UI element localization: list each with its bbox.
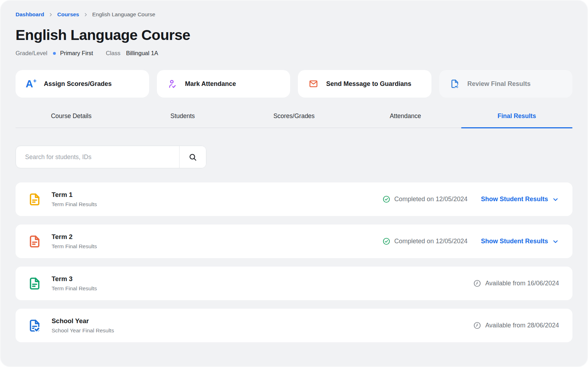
- grade-plus-icon: A+: [26, 79, 36, 89]
- result-row-school-year: School Year School Year Final Results Av…: [16, 309, 572, 342]
- result-status: Available from 16/06/2024: [473, 279, 559, 287]
- status-text: Available from 16/06/2024: [485, 280, 559, 287]
- action-buttons: A+ Assign Scores/Grades Mark Attendance …: [16, 70, 572, 98]
- result-subtitle: School Year Final Results: [52, 327, 114, 334]
- final-results-list: Term 1 Term Final Results Completed on 1…: [16, 182, 572, 342]
- show-student-results-link[interactable]: Show Student Results: [481, 196, 559, 203]
- result-title: Term 2: [52, 233, 97, 241]
- grade-level-value: Primary First: [60, 50, 93, 57]
- assign-scores-label: Assign Scores/Grades: [44, 80, 112, 88]
- mark-attendance-button[interactable]: Mark Attendance: [157, 70, 290, 98]
- result-title: Term 1: [52, 191, 97, 199]
- search-input[interactable]: [16, 146, 179, 168]
- clock-icon: [473, 321, 481, 330]
- course-meta: Grade/Level Primary First Class Billingu…: [16, 50, 572, 57]
- result-subtitle: Term Final Results: [52, 201, 97, 208]
- tab-course-details[interactable]: Course Details: [16, 112, 127, 128]
- document-icon: [28, 276, 42, 291]
- show-student-results-label: Show Student Results: [481, 196, 548, 203]
- status-text: Available from 28/06/2024: [485, 322, 559, 329]
- tab-students[interactable]: Students: [127, 112, 238, 128]
- chevron-right-icon: [48, 12, 53, 17]
- breadcrumb-dashboard[interactable]: Dashboard: [16, 11, 44, 18]
- send-message-button[interactable]: Send Message to Guardians: [298, 70, 431, 98]
- result-row-term-1: Term 1 Term Final Results Completed on 1…: [16, 182, 572, 216]
- review-final-results-label: Review Final Results: [468, 80, 531, 88]
- check-circle-icon: [382, 237, 390, 245]
- grade-level-label: Grade/Level: [16, 50, 47, 57]
- page-title: English Language Course: [16, 27, 572, 43]
- result-title: Term 3: [52, 275, 97, 283]
- send-message-label: Send Message to Guardians: [326, 80, 411, 88]
- document-check-icon: [450, 79, 460, 89]
- review-final-results-button[interactable]: Review Final Results: [439, 70, 573, 98]
- breadcrumb: Dashboard Courses English Language Cours…: [16, 11, 572, 18]
- mark-attendance-label: Mark Attendance: [185, 80, 236, 88]
- breadcrumb-courses[interactable]: Courses: [57, 11, 79, 18]
- result-status: Completed on 12/05/2024: [382, 237, 468, 245]
- search-icon: [188, 153, 197, 162]
- result-row-term-3: Term 3 Term Final Results Available from…: [16, 267, 572, 300]
- result-row-term-2: Term 2 Term Final Results Completed on 1…: [16, 225, 572, 258]
- document-icon: [28, 234, 42, 249]
- tab-final-results[interactable]: Final Results: [461, 112, 572, 128]
- search-bar: [16, 146, 206, 168]
- class-label: Class: [106, 50, 120, 57]
- result-subtitle: Term Final Results: [52, 243, 97, 250]
- assign-scores-button[interactable]: A+ Assign Scores/Grades: [16, 70, 149, 98]
- grade-dot-icon: [53, 52, 56, 55]
- breadcrumb-current: English Language Course: [92, 11, 155, 18]
- document-check-icon: [28, 319, 42, 333]
- clock-icon: [473, 279, 481, 287]
- tab-attendance[interactable]: Attendance: [350, 112, 461, 128]
- status-text: Completed on 12/05/2024: [394, 196, 468, 203]
- check-circle-icon: [382, 195, 390, 203]
- chevron-down-icon: [552, 238, 559, 245]
- search-button[interactable]: [179, 146, 206, 168]
- tab-scores-grades[interactable]: Scores/Grades: [238, 112, 349, 128]
- envelope-icon: [308, 79, 318, 89]
- course-page: Dashboard Courses English Language Cours…: [0, 0, 588, 367]
- result-title: School Year: [52, 317, 114, 325]
- show-student-results-link[interactable]: Show Student Results: [481, 238, 559, 245]
- document-icon: [28, 192, 42, 206]
- course-tabs: Course Details Students Scores/Grades At…: [16, 112, 572, 128]
- result-status: Available from 28/06/2024: [473, 321, 559, 330]
- show-student-results-label: Show Student Results: [481, 238, 548, 245]
- chevron-down-icon: [552, 196, 559, 203]
- person-check-icon: [167, 79, 177, 89]
- result-status: Completed on 12/05/2024: [382, 195, 468, 203]
- result-subtitle: Term Final Results: [52, 285, 97, 292]
- class-value: Billingual 1A: [126, 50, 158, 57]
- chevron-right-icon: [83, 12, 88, 17]
- status-text: Completed on 12/05/2024: [394, 238, 468, 245]
